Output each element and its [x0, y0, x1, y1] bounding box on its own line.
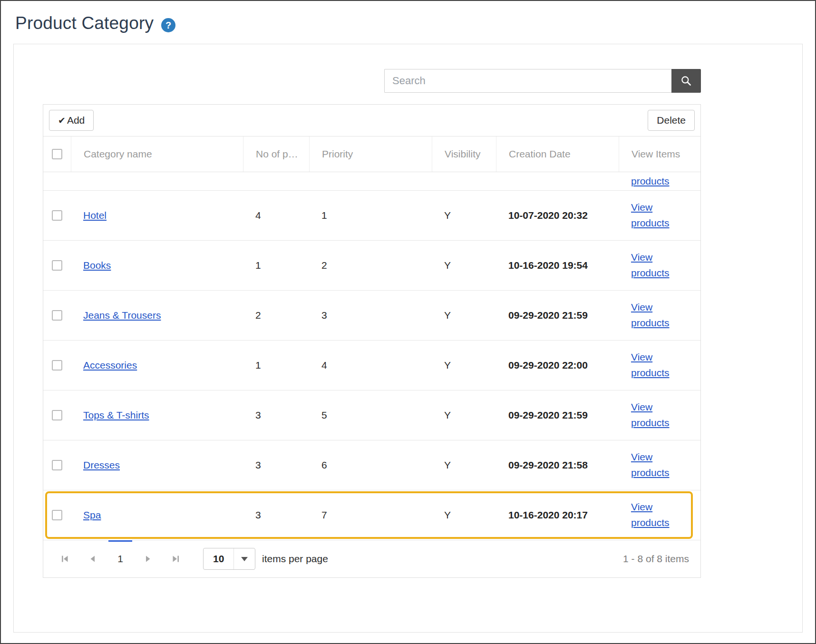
- previous-page-icon: [88, 554, 97, 564]
- add-button[interactable]: ✔ Add: [49, 110, 94, 131]
- search-button[interactable]: [671, 69, 701, 93]
- category-name-cell: Dresses: [71, 459, 243, 471]
- no-of-products-cell: 3: [243, 410, 309, 421]
- view-products-link[interactable]: View products: [631, 300, 675, 331]
- table-row: Jeans & Trousers23Y09-29-2020 21:59View …: [43, 291, 700, 341]
- row-checkbox[interactable]: [52, 460, 62, 470]
- category-link[interactable]: Jeans & Trousers: [83, 310, 161, 321]
- pager-first-button[interactable]: [55, 548, 76, 569]
- creation-date-cell: 09-29-2020 21:59: [496, 410, 619, 421]
- search-icon: [680, 75, 692, 87]
- visibility-cell: Y: [432, 260, 496, 271]
- pager-last-button[interactable]: [165, 548, 186, 569]
- view-items-cell: View products: [619, 250, 700, 281]
- table-row: Spa37Y10-16-2020 20:17View products: [43, 490, 700, 540]
- column-header-no-of-products[interactable]: No of p…: [243, 137, 309, 172]
- table-row: Tops & T-shirts35Y09-29-2020 21:59View p…: [43, 390, 700, 440]
- category-link[interactable]: Hotel: [83, 210, 107, 221]
- priority-cell: 6: [309, 459, 432, 471]
- priority-cell: 4: [309, 360, 432, 371]
- no-of-products-cell: 3: [243, 509, 309, 521]
- no-of-products-cell: 3: [243, 459, 309, 471]
- next-page-icon: [143, 554, 153, 564]
- column-header-priority[interactable]: Priority: [309, 137, 432, 172]
- row-checkbox-cell: [43, 510, 71, 520]
- row-checkbox-cell: [43, 210, 71, 221]
- column-header-view-items[interactable]: View Items: [619, 137, 700, 172]
- first-page-icon: [60, 554, 70, 564]
- column-header-category-name[interactable]: Category name: [71, 137, 243, 172]
- page-title: Product Category: [15, 13, 154, 33]
- dropdown-arrow-area: [233, 548, 255, 569]
- table-row: Books12Y10-16-2020 19:54View products: [43, 241, 700, 291]
- row-checkbox-cell: [43, 360, 71, 371]
- column-header-creation-date[interactable]: Creation Date: [496, 137, 619, 172]
- view-products-link[interactable]: View products: [631, 250, 675, 281]
- category-link[interactable]: Dresses: [83, 459, 120, 470]
- view-products-link[interactable]: View products: [631, 400, 675, 430]
- view-items-cell: View products: [619, 200, 700, 231]
- content-card: ✔ Add Delete Category name No of p… Prio…: [13, 44, 803, 633]
- pager-previous-button[interactable]: [82, 548, 103, 569]
- table-row: Dresses36Y09-29-2020 21:58View products: [43, 440, 700, 490]
- last-page-icon: [171, 554, 180, 564]
- row-checkbox[interactable]: [52, 210, 62, 221]
- category-name-cell: Accessories: [71, 360, 243, 371]
- creation-date-cell: 09-29-2020 22:00: [496, 360, 619, 371]
- category-link[interactable]: Books: [83, 260, 111, 271]
- view-products-link[interactable]: products: [631, 176, 670, 186]
- priority-cell: 3: [309, 310, 432, 321]
- table-row: Accessories14Y09-29-2020 22:00View produ…: [43, 341, 700, 390]
- items-per-page-label: items per page: [262, 553, 328, 565]
- category-name-cell: Books: [71, 260, 243, 271]
- category-name-cell: Spa: [71, 509, 243, 521]
- view-products-link[interactable]: View products: [631, 200, 675, 231]
- search-row: [43, 69, 701, 93]
- chevron-down-icon: [241, 557, 248, 561]
- category-name-cell: Hotel: [71, 210, 243, 221]
- search-box: [384, 69, 701, 93]
- category-link[interactable]: Spa: [83, 509, 101, 520]
- delete-button[interactable]: Delete: [648, 110, 695, 131]
- view-items-cell: View products: [619, 350, 700, 381]
- view-items-cell: View products: [619, 300, 700, 331]
- no-of-products-cell: 1: [243, 360, 309, 371]
- priority-cell: 5: [309, 410, 432, 421]
- row-checkbox[interactable]: [52, 260, 62, 271]
- row-checkbox[interactable]: [52, 360, 62, 371]
- table-body: productsHotel41Y10-07-2020 20:32View pro…: [43, 172, 700, 540]
- visibility-cell: Y: [432, 360, 496, 371]
- view-products-link[interactable]: View products: [631, 499, 675, 530]
- no-of-products-cell: 4: [243, 210, 309, 221]
- row-checkbox[interactable]: [52, 510, 62, 520]
- table-row: Hotel41Y10-07-2020 20:32View products: [43, 191, 700, 241]
- row-checkbox-cell: [43, 310, 71, 321]
- select-all-checkbox[interactable]: [52, 149, 62, 159]
- row-checkbox[interactable]: [52, 310, 62, 321]
- page-header: Product Category ?: [1, 1, 815, 44]
- creation-date-cell: 10-16-2020 19:54: [496, 260, 619, 271]
- view-products-link[interactable]: View products: [631, 449, 675, 480]
- view-products-link[interactable]: View products: [631, 350, 675, 381]
- app-window: Product Category ? ✔: [0, 0, 816, 644]
- category-name-cell: Jeans & Trousers: [71, 310, 243, 321]
- row-checkbox[interactable]: [52, 410, 62, 420]
- pager: 1 10: [43, 540, 700, 577]
- view-items-cell: products: [619, 176, 700, 187]
- priority-cell: 1: [309, 210, 432, 221]
- visibility-cell: Y: [432, 410, 496, 421]
- category-name-cell: Tops & T-shirts: [71, 410, 243, 421]
- table-row-partial: products: [43, 172, 700, 191]
- pager-page-1[interactable]: 1: [110, 548, 131, 569]
- add-button-label: Add: [67, 115, 85, 126]
- check-icon: ✔: [58, 115, 66, 126]
- help-icon[interactable]: ?: [161, 18, 175, 32]
- search-input[interactable]: [384, 69, 671, 93]
- category-link[interactable]: Tops & T-shirts: [83, 410, 149, 420]
- category-link[interactable]: Accessories: [83, 360, 137, 371]
- page-size-dropdown[interactable]: 10: [203, 548, 255, 570]
- pager-next-button[interactable]: [137, 548, 158, 569]
- view-items-cell: View products: [619, 449, 700, 480]
- pager-range-info: 1 - 8 of 8 items: [623, 553, 689, 565]
- column-header-visibility[interactable]: Visibility: [432, 137, 496, 172]
